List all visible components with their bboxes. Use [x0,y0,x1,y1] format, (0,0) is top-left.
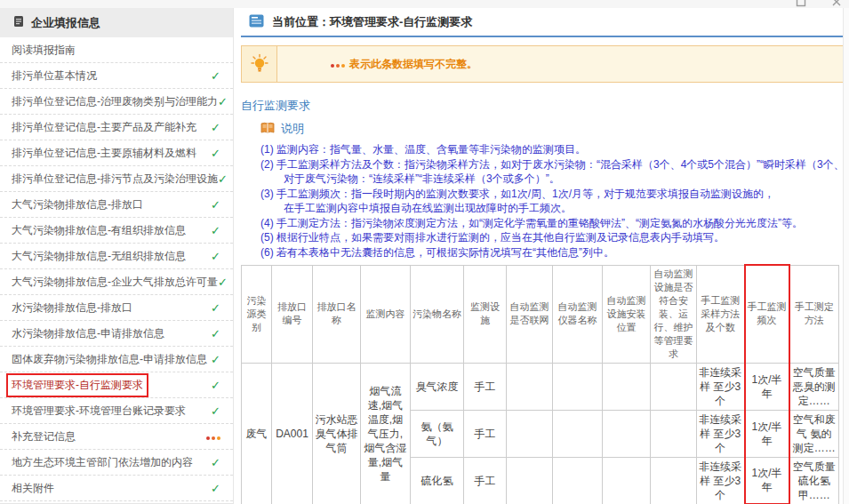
column-header: 手工测定方法 [789,265,839,363]
merged-cell: 污水站恶臭气体排气筒 [313,363,361,504]
instruction-line: 对于废气污染物：“连续采样”“非连续采样（3个或多个）”。 [260,172,844,187]
sidebar-item-label: 排污单位登记信息-治理废物类别与治理能力 [12,94,218,109]
window-right-edge [843,8,849,504]
sidebar-item[interactable]: 大气污染物排放信息-有组织排放信息✓ [0,218,233,244]
cell: 非连续采样 至少3个 [697,410,745,457]
sidebar-item[interactable]: 排污单位基本情况✓ [0,63,233,89]
cell [603,363,651,410]
column-header: 手工监测采样方法及个数 [697,265,745,363]
note-label: 说明 [281,121,304,137]
sidebar-header: 企业填报信息 [0,8,233,37]
sidebar-item[interactable]: 水污染物排放信息-申请排放信息✓ [0,321,233,347]
table-row: 废气DA001污水站恶臭气体排气筒烟气流速,烟气温度,烟气压力,烟气含湿量,烟气… [242,363,839,410]
instruction-line: (3) 手工监测频次：指一段时期内的监测次数要求，如1次/周、1次/月等，对于规… [260,187,844,202]
note-row: 说明 [241,121,844,137]
incomplete-dots-icon [329,58,345,70]
check-icon: ✓ [218,95,228,108]
sidebar-item[interactable]: 地方生态环境主管部门依法增加的内容✓ [0,450,233,476]
check-icon: ✓ [211,404,220,418]
book-icon [260,122,275,137]
sidebar-item-label: 阅读填报指南 [12,43,76,58]
cell: 手工 [464,363,507,410]
sidebar-item[interactable]: 补充登记信息 [0,424,233,450]
sidebar-item-label: 环境管理要求-环境管理台账记录要求 [12,404,186,419]
instruction-line: (4) 手工测定方法：指污染物浓度测定方法，如“测定化学需氧量的重铬酸钾法”、“… [260,216,844,231]
cell: 空气和废气 氨的测定…… [789,410,839,457]
window-title-strip [0,0,849,8]
column-header: 自动监测仪器名称 [553,265,603,363]
cell: 手工 [464,410,507,457]
sidebar-item-label: 大气污染物排放信息-无组织排放信息 [12,249,186,264]
cell: 1次/半年 [745,363,789,410]
instruction-line: (1) 监测内容：指气量、水量、温度、含氧量等非污染物的监测项目。 [260,142,844,157]
cell [553,363,603,410]
sidebar-item-label: 排污单位登记信息-主要产品及产能补充 [12,120,196,135]
column-header: 自动监测设施是否符合安装、运行、维护等管理要求 [651,265,697,363]
sidebar-item-label: 排污单位基本情况 [12,68,97,84]
close-window-icon[interactable] [831,0,842,5]
check-icon: ✓ [211,456,220,469]
cell [507,410,553,457]
cell [553,410,603,457]
sidebar-item[interactable]: 排污单位登记信息-主要产品及产能补充✓ [0,115,233,140]
cell [553,457,603,504]
cell: 1次/半年 [745,410,789,457]
sidebar-item-label: 水污染物排放信息-申请排放信息 [12,326,164,341]
sidebar-item-label: 相关附件 [12,481,54,496]
breadcrumb-bar: 当前位置：环境管理要求-自行监测要求 [241,8,844,37]
column-header: 排放口名称 [313,265,361,363]
column-header: 污染源类别 [242,265,272,363]
check-icon: ✓ [211,250,220,263]
sidebar-item-label: 排污单位登记信息-排污节点及污染治理设施 [12,172,218,187]
sidebar-item[interactable]: 大气污染物排放信息-企业大气排放总许可量✓ [0,269,233,295]
sidebar-item[interactable]: 大气污染物排放信息-排放口✓ [0,192,233,218]
cell [651,410,697,457]
sidebar-item[interactable]: 水污染物排放信息-排放口✓ [0,295,233,321]
column-header: 监测设施 [464,265,507,363]
lightbulb-icon [242,46,277,82]
instruction-line: (6) 若有本表格中无法囊括的信息，可根据实际情况填写在“其他信息”列中。 [260,245,844,260]
notice-banner: 表示此条数据填写不完整。 [241,45,844,83]
cell: 手工 [464,457,507,504]
cell: 硫化氢 [411,457,464,504]
instruction-line: (2) 手工监测采样方法及个数：指污染物采样方法，如对于废水污染物：“混合采样（… [260,157,844,172]
sidebar-item[interactable]: 排污单位登记信息-排污节点及污染治理设施✓ [0,166,233,192]
cell [603,457,651,504]
check-icon: ✓ [211,121,220,134]
incomplete-dots-icon [204,430,220,443]
check-icon: ✓ [211,147,220,160]
check-icon: ✓ [211,69,220,83]
cell: 非连续采样 至少3个 [697,363,745,410]
monitoring-table: 污染源类别排放口编号排放口名称监测内容污染物名称监测设施自动监测是否联网自动监测… [241,264,839,504]
notice-text: 表示此条数据填写不完整。 [349,57,477,72]
cell [603,410,651,457]
notice-message: 表示此条数据填写不完整。 [277,46,477,82]
main-panel: 当前位置：环境管理要求-自行监测要求 表示此条数据填写不完整。 自行监测要求 说… [241,8,844,504]
sidebar-item[interactable]: 相关附件✓ [0,476,233,501]
check-icon: ✓ [211,327,220,340]
check-icon: ✓ [211,224,220,237]
sidebar-item-label: 固体废弃物污染物排放信息-申请排放信息 [12,352,207,367]
column-header: 自动监测是否联网 [507,265,553,363]
sidebar-item-label: 水污染物排放信息-排放口 [12,300,132,316]
sidebar-item-label: 大气污染物排放信息-排放口 [12,197,143,212]
sidebar-item[interactable]: 大气污染物排放信息-无组织排放信息✓ [0,244,233,269]
sidebar-item[interactable]: 环境管理要求-环境管理台账记录要求✓ [0,398,233,424]
sidebar-title: 企业填报信息 [31,15,100,31]
app-window: 企业填报信息 阅读填报指南排污单位基本情况✓排污单位登记信息-治理废物类别与治理… [0,0,849,504]
sidebar-item[interactable]: 固体废弃物污染物排放信息-申请排放信息✓ [0,347,233,372]
sidebar-item[interactable]: 排污单位登记信息-治理废物类别与治理能力✓ [0,89,233,115]
sidebar-item[interactable]: 排污单位登记信息-主要原辅材料及燃料✓ [0,140,233,166]
column-header: 手工监测频次 [745,265,789,363]
restore-window-icon[interactable] [796,0,806,5]
sidebar-item[interactable]: 环境管理要求-自行监测要求✓ [0,372,233,398]
sidebar-item-label: 大气污染物排放信息-有组织排放信息 [12,223,186,238]
clipboard-icon [13,15,24,30]
check-icon: ✓ [211,198,220,212]
breadcrumb: 当前位置：环境管理要求-自行监测要求 [272,14,472,30]
sidebar: 企业填报信息 阅读填报指南排污单位基本情况✓排污单位登记信息-治理废物类别与治理… [0,8,234,504]
sidebar-item[interactable]: 阅读填报指南 [0,37,233,63]
sidebar-item-label: 补充登记信息 [12,429,76,444]
table-header-row: 污染源类别排放口编号排放口名称监测内容污染物名称监测设施自动监测是否联网自动监测… [242,265,839,363]
cell [507,363,553,410]
